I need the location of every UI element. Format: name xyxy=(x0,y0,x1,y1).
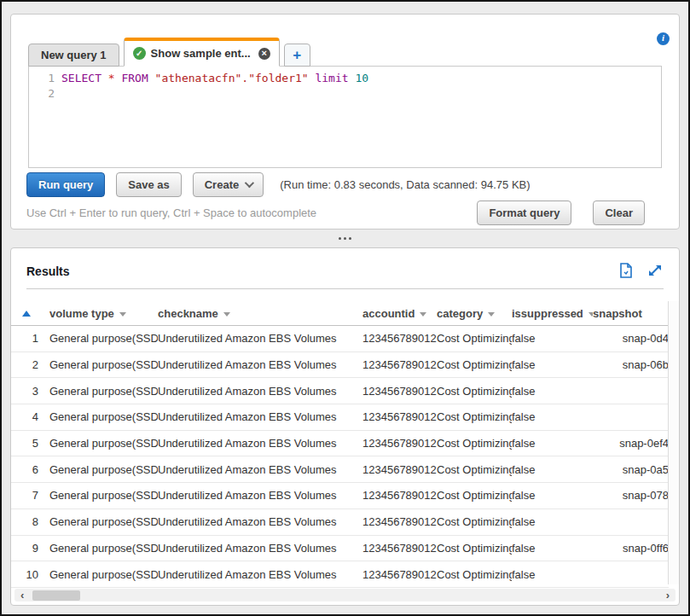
table-cell: Underutilized Amazon EBS Volumes xyxy=(158,542,362,555)
table-row: 4General purpose(SSD)Underutilized Amazo… xyxy=(11,404,669,431)
format-query-button[interactable]: Format query xyxy=(477,200,571,225)
table-cell: Underutilized Amazon EBS Volumes xyxy=(158,437,362,450)
table-cell: 123456789012 xyxy=(362,437,437,450)
table-cell: 2 xyxy=(11,358,42,371)
query-editor-panel: i New query 1 ✓ Show sample ent... × + 1… xyxy=(10,14,680,230)
table-cell: snap-078 xyxy=(593,489,669,502)
scroll-right-icon[interactable]: › xyxy=(666,589,670,601)
table-cell: 4 xyxy=(11,410,42,423)
success-check-icon: ✓ xyxy=(133,47,146,60)
expand-fullscreen-icon[interactable] xyxy=(647,262,664,279)
table-cell: false xyxy=(512,515,593,528)
table-cell: 6 xyxy=(11,463,42,476)
table-cell: Cost Optimizing xyxy=(437,489,512,502)
table-cell: Underutilized Amazon EBS Volumes xyxy=(158,568,362,581)
column-menu-icon[interactable] xyxy=(488,312,495,317)
table-row: 6General purpose(SSD)Underutilized Amazo… xyxy=(11,456,669,483)
shortcut-hint: Use Ctrl + Enter to run query, Ctrl + Sp… xyxy=(26,206,477,219)
table-cell: Underutilized Amazon EBS Volumes xyxy=(158,410,362,423)
sort-column-header[interactable] xyxy=(11,311,42,317)
save-as-button[interactable]: Save as xyxy=(116,172,181,197)
tab-show-sample-entries[interactable]: ✓ Show sample ent... × xyxy=(124,38,280,67)
table-row: 9General purpose(SSD)Underutilized Amazo… xyxy=(11,536,669,562)
table-cell: Cost Optimizing xyxy=(437,385,512,398)
table-cell: false xyxy=(512,385,593,398)
table-cell: General purpose(SSD) xyxy=(42,542,158,555)
info-icon[interactable]: i xyxy=(657,32,670,45)
vertical-scrollbar[interactable] xyxy=(668,301,679,584)
runtime-status: (Run time: 0.83 seconds, Data scanned: 9… xyxy=(280,178,530,191)
column-label: category xyxy=(437,307,483,320)
create-dropdown-button[interactable]: Create xyxy=(193,172,264,197)
table-cell: 123456789012 xyxy=(362,385,437,398)
run-query-button[interactable]: Run query xyxy=(26,172,105,197)
table-cell: Cost Optimizing xyxy=(437,332,512,345)
table-cell: General purpose(SSD) xyxy=(42,568,158,581)
new-tab-button[interactable]: + xyxy=(284,44,310,67)
column-header-volume-type[interactable]: volume type xyxy=(42,307,158,320)
table-cell: General purpose(SSD) xyxy=(42,410,158,423)
table-cell: snap-06b xyxy=(593,358,669,371)
results-panel: Results volume type ch xyxy=(10,247,680,606)
column-header-accountid[interactable]: accountid xyxy=(362,307,437,320)
table-cell: 123456789012 xyxy=(362,463,437,476)
query-tabs: New query 1 ✓ Show sample ent... × + xyxy=(28,38,315,67)
tab-new-query-1[interactable]: New query 1 xyxy=(28,44,119,67)
column-menu-icon[interactable] xyxy=(420,312,426,317)
table-cell: General purpose(SSD) xyxy=(42,489,158,502)
column-label: accountid xyxy=(362,307,415,320)
table-cell: false xyxy=(512,410,593,423)
editor-actions: Run query Save as Create (Run time: 0.83… xyxy=(26,171,531,197)
table-row: 10General purpose(SSD)Underutilized Amaz… xyxy=(11,561,669,588)
table-cell: 123456789012 xyxy=(362,358,437,371)
scroll-left-icon[interactable]: ‹ xyxy=(20,589,24,601)
clear-button[interactable]: Clear xyxy=(593,200,645,225)
table-row: 7General purpose(SSD)Underutilized Amazo… xyxy=(11,483,669,509)
table-cell: snap-0a5 xyxy=(593,463,669,476)
table-cell: false xyxy=(512,437,593,450)
table-cell: false xyxy=(512,542,593,555)
table-cell: 1 xyxy=(11,332,42,345)
table-cell: false xyxy=(512,568,593,581)
column-label: volume type xyxy=(49,307,114,320)
results-title: Results xyxy=(26,264,70,278)
table-cell: General purpose(SSD) xyxy=(42,385,158,398)
column-header-checkname[interactable]: checkname xyxy=(158,307,362,320)
editor-footer: Use Ctrl + Enter to run query, Ctrl + Sp… xyxy=(26,200,645,225)
plus-icon: + xyxy=(293,47,301,64)
table-cell: Underutilized Amazon EBS Volumes xyxy=(158,489,362,502)
editor-gutter: 12 xyxy=(29,71,61,167)
table-cell: 123456789012 xyxy=(362,568,437,581)
table-cell: Cost Optimizing xyxy=(437,410,512,423)
sql-code-line[interactable]: SELECT * FROM "athenatacfn"."folder1" li… xyxy=(61,71,661,167)
column-menu-icon[interactable] xyxy=(223,312,230,317)
table-cell: 7 xyxy=(11,489,42,502)
close-tab-icon[interactable]: × xyxy=(258,48,270,60)
column-menu-icon[interactable] xyxy=(119,312,126,317)
table-cell: Cost Optimizing xyxy=(437,463,512,476)
table-row: 2General purpose(SSD)Underutilized Amazo… xyxy=(11,352,669,379)
table-cell: Cost Optimizing xyxy=(437,358,512,371)
column-header-snapshot[interactable]: snapshot xyxy=(593,307,669,320)
table-cell: Underutilized Amazon EBS Volumes xyxy=(158,332,362,345)
scrollbar-thumb[interactable] xyxy=(32,590,80,601)
table-cell: General purpose(SSD) xyxy=(42,463,158,476)
results-header: Results xyxy=(26,261,664,282)
create-label: Create xyxy=(205,178,239,191)
panel-splitter[interactable] xyxy=(2,231,688,245)
horizontal-scrollbar[interactable]: ‹ › xyxy=(14,589,676,601)
table-cell: 123456789012 xyxy=(362,410,437,423)
download-file-icon[interactable] xyxy=(618,262,635,279)
results-table: volume type checkname accountid category… xyxy=(11,301,669,588)
table-cell: snap-0d4 xyxy=(593,332,669,345)
sql-editor[interactable]: 12 SELECT * FROM "athenatacfn"."folder1"… xyxy=(28,66,662,168)
table-cell: snap-0ef4 xyxy=(593,437,669,450)
tab-label: Show sample ent... xyxy=(151,47,251,60)
table-cell: 123456789012 xyxy=(362,542,437,555)
table-cell: Underutilized Amazon EBS Volumes xyxy=(158,515,362,528)
column-header-issuppressed[interactable]: issuppressed xyxy=(512,307,593,320)
column-header-category[interactable]: category xyxy=(437,307,512,320)
table-cell: false xyxy=(512,358,593,371)
table-row: 8General purpose(SSD)Underutilized Amazo… xyxy=(11,509,669,536)
sort-asc-icon[interactable] xyxy=(22,311,31,317)
